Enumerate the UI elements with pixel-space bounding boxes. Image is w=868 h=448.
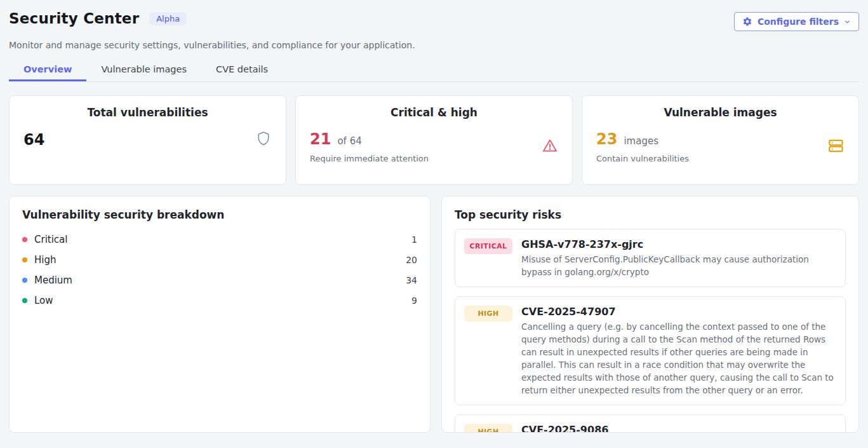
- critical-high-subtext: Require immediate attention: [310, 154, 429, 163]
- severity-badge-high: HIGH: [464, 424, 512, 433]
- top-risks-title: Top security risks: [455, 208, 846, 221]
- shield-outline-icon: [255, 130, 272, 149]
- tab-overview[interactable]: Overview: [9, 58, 86, 81]
- critical-high-value: 21: [310, 130, 331, 148]
- risk-list: CRITICAL GHSA-v778-237x-gjrc Misuse of S…: [455, 229, 846, 433]
- breakdown-list: Critical 1 High 20 Medium 34 Low 9: [22, 229, 417, 311]
- low-count: 9: [411, 295, 417, 306]
- risk-card-cve-2025-9086[interactable]: HIGH CVE-2025-9086: [455, 414, 846, 433]
- bottom-panels: Vulnerability security breakdown Critica…: [9, 196, 859, 433]
- risk-card-ghsa-v778-237x-gjrc[interactable]: CRITICAL GHSA-v778-237x-gjrc Misuse of S…: [455, 229, 846, 287]
- high-count: 20: [406, 255, 417, 265]
- tab-bar: Overview Vulnerable images CVE details: [9, 58, 859, 82]
- stat-card-title: Vulnerable images: [596, 106, 845, 119]
- critical-high-suffix: of 64: [337, 135, 361, 147]
- gear-icon: [742, 17, 752, 27]
- configure-filters-button[interactable]: Configure filters: [734, 12, 859, 31]
- breakdown-row-low: Low 9: [22, 290, 417, 311]
- image-stack-icon: [827, 137, 845, 157]
- security-center-page: Security Center Alpha Configure filters …: [0, 0, 868, 433]
- medium-dot-icon: [22, 278, 27, 283]
- breakdown-row-high: High 20: [22, 250, 417, 270]
- low-dot-icon: [22, 298, 27, 303]
- breakdown-title: Vulnerability security breakdown: [22, 208, 417, 221]
- risk-id: CVE-2025-47907: [521, 305, 836, 319]
- risk-id: GHSA-v778-237x-gjrc: [521, 238, 836, 252]
- vulnerable-images-subtext: Contain vulnerabilities: [596, 154, 689, 163]
- critical-count: 1: [411, 234, 417, 245]
- alpha-badge: Alpha: [149, 12, 187, 25]
- breakdown-row-critical: Critical 1: [22, 229, 417, 250]
- configure-filters-label: Configure filters: [758, 17, 839, 27]
- stat-card-vulnerable-images: Vulnerable images 23 images Contain vuln…: [582, 95, 859, 185]
- stat-card-critical-high: Critical & high 21 of 64 Require immedia…: [295, 95, 573, 185]
- risk-description: Cancelling a query (e.g. by cancelling t…: [521, 320, 836, 397]
- high-dot-icon: [22, 257, 27, 262]
- risk-description: Misuse of ServerConfig.PublicKeyCallback…: [521, 253, 836, 278]
- tab-vulnerable-images[interactable]: Vulnerable images: [86, 58, 201, 81]
- stat-card-total-vulnerabilities: Total vulnerabilities 64: [9, 95, 286, 185]
- medium-count: 34: [406, 275, 417, 285]
- top-security-risks-panel: Top security risks CRITICAL GHSA-v778-23…: [441, 196, 859, 433]
- chevron-down-icon: [844, 18, 851, 25]
- vulnerability-breakdown-panel: Vulnerability security breakdown Critica…: [9, 196, 431, 433]
- tab-cve-details[interactable]: CVE details: [201, 58, 283, 81]
- severity-badge-high: HIGH: [464, 306, 512, 322]
- page-header: Security Center Alpha Configure filters: [9, 10, 859, 31]
- breakdown-row-medium: Medium 34: [22, 270, 417, 290]
- critical-dot-icon: [22, 237, 27, 242]
- stat-card-title: Critical & high: [310, 106, 558, 119]
- warning-triangle-icon: [542, 137, 558, 156]
- risk-card-cve-2025-47907[interactable]: HIGH CVE-2025-47907 Cancelling a query (…: [455, 296, 846, 405]
- stat-cards-row: Total vulnerabilities 64 Critical & high…: [9, 95, 859, 185]
- vulnerable-images-value: 23: [596, 130, 617, 148]
- risk-id: CVE-2025-9086: [521, 423, 608, 433]
- page-subtitle: Monitor and manage security settings, vu…: [9, 40, 859, 50]
- page-title: Security Center: [9, 10, 139, 27]
- vulnerable-images-suffix: images: [624, 135, 658, 147]
- stat-card-title: Total vulnerabilities: [23, 106, 272, 119]
- severity-badge-critical: CRITICAL: [464, 238, 512, 254]
- total-vulnerabilities-value: 64: [23, 131, 44, 149]
